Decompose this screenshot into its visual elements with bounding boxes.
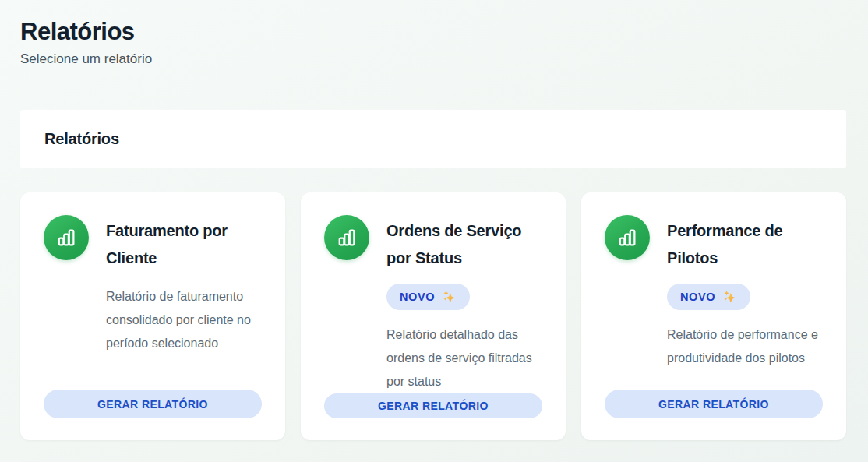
card-body: Faturamento por Cliente Relatório de fat… — [106, 215, 262, 355]
card-title: Faturamento por Cliente — [106, 217, 262, 272]
badge-label: NOVO — [400, 291, 435, 303]
reports-section-bar: Relatórios — [20, 110, 846, 168]
card-faturamento-por-cliente: Faturamento por Cliente Relatório de fat… — [20, 192, 285, 440]
page-subtitle: Selecione um relatório — [20, 51, 848, 67]
badge-label: NOVO — [680, 291, 715, 303]
card-performance-de-pilotos: Performance de Pilotos NOVO Relatório de… — [581, 192, 846, 440]
card-ordens-de-servico-por-status: Ordens de Serviço por Status NOVO Relató… — [301, 192, 566, 440]
card-description: Relatório detalhado das ordens de serviç… — [386, 323, 542, 393]
bar-chart-icon — [605, 215, 650, 260]
generate-report-button[interactable]: GERAR RELATÓRIO — [324, 393, 542, 418]
reports-page: Relatórios Selecione um relatório — [0, 0, 868, 67]
card-header: Performance de Pilotos NOVO Relatório de… — [605, 215, 823, 370]
sparkles-icon — [442, 289, 457, 305]
novo-badge: NOVO — [667, 284, 750, 310]
report-cards-row: Faturamento por Cliente Relatório de fat… — [20, 192, 846, 440]
sparkles-icon — [722, 289, 738, 305]
card-header: Faturamento por Cliente Relatório de fat… — [44, 215, 262, 355]
card-body: Ordens de Serviço por Status NOVO Relató… — [386, 215, 542, 393]
generate-report-button[interactable]: GERAR RELATÓRIO — [605, 390, 823, 418]
bar-chart-icon — [44, 215, 89, 260]
section-heading: Relatórios — [44, 130, 119, 148]
card-body: Performance de Pilotos NOVO Relatório de… — [667, 215, 823, 370]
card-header: Ordens de Serviço por Status NOVO Relató… — [324, 215, 542, 393]
page-title: Relatórios — [20, 17, 848, 46]
generate-report-button[interactable]: GERAR RELATÓRIO — [44, 390, 262, 418]
card-description: Relatório de faturamento consolidado por… — [106, 285, 262, 355]
card-title: Ordens de Serviço por Status — [386, 217, 542, 272]
novo-badge: NOVO — [386, 284, 470, 310]
bar-chart-icon — [324, 215, 369, 260]
card-title: Performance de Pilotos — [667, 217, 823, 272]
card-description: Relatório de performance e produtividade… — [667, 323, 823, 370]
